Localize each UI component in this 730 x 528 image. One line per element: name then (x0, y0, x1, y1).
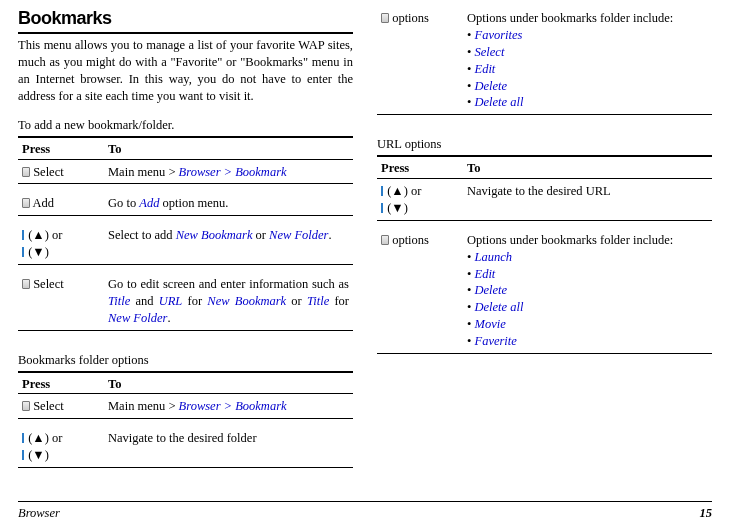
softkey-icon (381, 235, 389, 245)
add-bookmark-caption: To add a new bookmark/folder. (18, 117, 353, 134)
folder-options-caption: Bookmarks folder options (18, 352, 353, 369)
sidekey-icon (22, 230, 24, 240)
table-row: Select Main menu > Browser > Bookmark (18, 394, 353, 419)
softkey-icon (22, 198, 30, 208)
page-title: Bookmarks (18, 6, 353, 30)
folder-options-table: Press To Select Main menu > Browser > Bo… (18, 371, 353, 476)
table-row: Select Go to edit screen and enter infor… (18, 272, 353, 330)
table-row: Add Go to Add option menu. (18, 191, 353, 215)
col-press: Press (22, 142, 50, 156)
link-add: Add (139, 196, 159, 210)
link-new-folder: New Folder (269, 228, 328, 242)
table-row: Select Main menu > Browser > Bookmark (18, 159, 353, 184)
sidekey-icon (22, 433, 24, 443)
folder-options-list: Favorites Select Edit Delete Delete all (467, 27, 708, 111)
link-browser-bookmark: Browser > Bookmark (179, 399, 287, 413)
table-row: (▲) or (▼) Navigate to the desired folde… (18, 426, 353, 467)
table-row: (▲) or (▼) Select to add New Bookmark or… (18, 223, 353, 264)
softkey-icon (22, 279, 30, 289)
sidekey-icon (22, 247, 24, 257)
url-options-list: Launch Edit Delete Delete all Movie Fave… (467, 249, 708, 350)
link-browser-bookmark: Browser > Bookmark (179, 165, 287, 179)
intro-paragraph: This menu allows you to manage a list of… (18, 37, 353, 105)
url-options-caption: URL options (377, 136, 712, 153)
heading-rule (18, 32, 353, 34)
page-footer: Browser 15 (18, 501, 712, 522)
folder-options-table-continued: options Options under bookmarks folder i… (377, 6, 712, 122)
col-to: To (108, 142, 121, 156)
softkey-icon (22, 167, 30, 177)
table-row: options Options under bookmarks folder i… (377, 6, 712, 115)
sidekey-icon (381, 186, 383, 196)
table-row: (▲) or (▼) Navigate to the desired URL (377, 179, 712, 221)
add-bookmark-table: Press To Select Main menu > Browser > Bo… (18, 136, 353, 338)
page-number: 15 (700, 505, 713, 522)
left-column: Bookmarks This menu allows you to manage… (18, 6, 353, 486)
link-new-bookmark: New Bookmark (176, 228, 253, 242)
right-column: options Options under bookmarks folder i… (377, 6, 712, 486)
table-row: options Options under bookmarks folder i… (377, 228, 712, 354)
sidekey-icon (381, 203, 383, 213)
footer-section: Browser (18, 505, 60, 522)
sidekey-icon (22, 450, 24, 460)
softkey-icon (22, 401, 30, 411)
softkey-icon (381, 13, 389, 23)
url-options-table: Press To (▲) or (▼) Navigate to the desi… (377, 155, 712, 361)
